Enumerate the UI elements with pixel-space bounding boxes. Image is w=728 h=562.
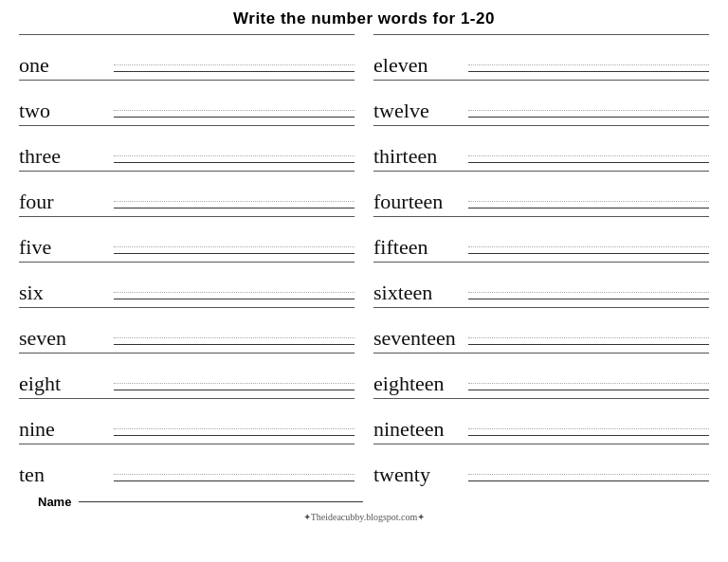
solid-line: [114, 435, 355, 436]
write-lines-eight: [114, 383, 355, 396]
write-lines-fourteen: [468, 201, 709, 214]
solid-line: [468, 480, 709, 481]
solid-line: [468, 208, 709, 208]
dotted-line: [114, 64, 355, 65]
number-word-six: six: [19, 282, 114, 305]
number-word-nine: nine: [19, 419, 114, 442]
solid-line: [114, 162, 355, 163]
number-word-seven: seven: [19, 328, 114, 351]
dotted-line: [468, 155, 709, 156]
dotted-line: [114, 110, 355, 111]
dotted-line: [468, 64, 709, 65]
solid-line: [468, 162, 709, 163]
list-item: twenty: [373, 444, 709, 487]
number-word-eleven: eleven: [373, 55, 468, 78]
number-word-two: two: [19, 100, 114, 123]
dotted-line: [468, 474, 709, 475]
number-word-one: one: [19, 55, 114, 78]
number-word-fifteen: fifteen: [373, 237, 468, 260]
number-word-four: four: [19, 191, 114, 214]
solid-line: [114, 253, 355, 254]
number-word-three: three: [19, 146, 114, 169]
number-word-twelve: twelve: [373, 100, 468, 123]
write-lines-sixteen: [468, 292, 709, 305]
write-lines-seven: [114, 337, 355, 351]
dotted-line: [114, 201, 355, 202]
list-item: nine: [19, 398, 355, 442]
number-word-nineteen: nineteen: [373, 419, 468, 442]
number-word-ten: ten: [19, 464, 114, 487]
solid-line: [468, 344, 709, 345]
write-lines-twelve: [468, 110, 709, 123]
left-column: one two three: [19, 34, 355, 489]
solid-line: [468, 299, 709, 299]
number-word-five: five: [19, 237, 114, 260]
list-item: seventeen: [373, 307, 709, 351]
list-item: two: [19, 80, 355, 123]
dotted-line: [114, 383, 355, 384]
name-label: Name: [38, 495, 71, 509]
dotted-line: [468, 110, 709, 111]
page-title: Write the number words for 1-20: [19, 9, 709, 28]
solid-line: [468, 390, 709, 390]
list-item: one: [19, 34, 355, 78]
number-word-eight: eight: [19, 373, 114, 396]
dotted-line: [114, 246, 355, 247]
dotted-line: [114, 292, 355, 293]
write-lines-one: [114, 64, 355, 78]
write-lines-three: [114, 155, 355, 169]
list-item: sixteen: [373, 262, 709, 305]
number-word-twenty: twenty: [373, 464, 468, 487]
list-item: fifteen: [373, 216, 709, 260]
write-lines-four: [114, 201, 355, 214]
solid-line: [468, 253, 709, 254]
number-word-eighteen: eighteen: [373, 373, 468, 396]
dotted-line: [468, 383, 709, 384]
number-word-thirteen: thirteen: [373, 146, 468, 169]
list-item: five: [19, 216, 355, 260]
write-lines-thirteen: [468, 155, 709, 169]
solid-line: [114, 299, 355, 299]
list-item: three: [19, 125, 355, 169]
footer: Name: [19, 495, 709, 509]
dotted-line: [468, 428, 709, 429]
write-lines-eighteen: [468, 383, 709, 396]
dotted-line: [468, 201, 709, 202]
write-lines-nineteen: [468, 428, 709, 442]
solid-line: [468, 71, 709, 72]
list-item: eighteen: [373, 353, 709, 396]
solid-line: [114, 208, 355, 208]
dotted-line: [114, 428, 355, 429]
write-lines-six: [114, 292, 355, 305]
list-item: six: [19, 262, 355, 305]
list-item: ten: [19, 444, 355, 487]
solid-line: [114, 480, 355, 481]
write-lines-twenty: [468, 474, 709, 487]
list-item: four: [19, 171, 355, 214]
list-item: thirteen: [373, 125, 709, 169]
footer-url: ✦Theideacubby.blogspot.com✦: [19, 512, 709, 522]
solid-line: [468, 435, 709, 436]
solid-line: [468, 117, 709, 118]
dotted-line: [114, 155, 355, 156]
list-item: fourteen: [373, 171, 709, 214]
dotted-line: [468, 292, 709, 293]
list-item: seven: [19, 307, 355, 351]
solid-line: [114, 344, 355, 345]
write-lines-eleven: [468, 64, 709, 78]
list-item: eight: [19, 353, 355, 396]
list-item: nineteen: [373, 398, 709, 442]
right-column: eleven twelve thirteen: [373, 34, 709, 489]
write-lines-nine: [114, 428, 355, 442]
write-lines-seventeen: [468, 337, 709, 351]
solid-line: [114, 71, 355, 72]
dotted-line: [114, 337, 355, 338]
list-item: eleven: [373, 34, 709, 78]
write-lines-five: [114, 246, 355, 260]
dotted-line: [114, 474, 355, 475]
write-lines-two: [114, 110, 355, 123]
content-grid: one two three: [19, 34, 709, 489]
list-item: twelve: [373, 80, 709, 123]
number-word-seventeen: seventeen: [373, 328, 468, 351]
write-lines-fifteen: [468, 246, 709, 260]
